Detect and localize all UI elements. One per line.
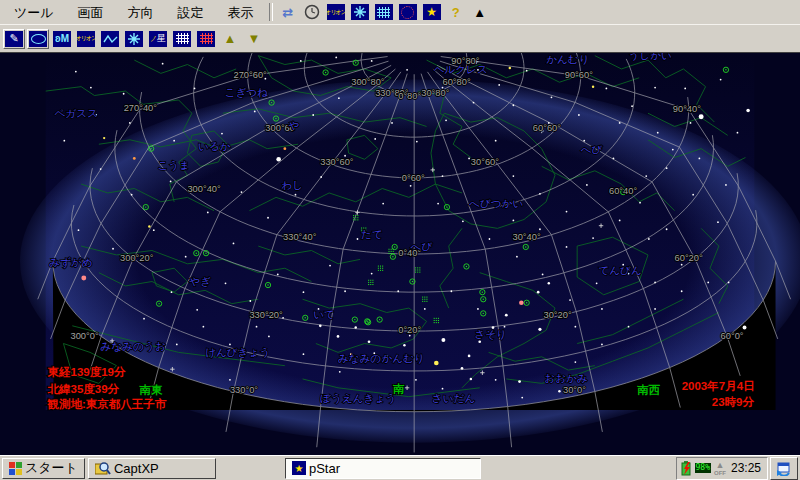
constellation-name-labels-label: たて [361, 228, 383, 240]
pen-tool[interactable]: ✎ [3, 29, 25, 49]
observer-info-label: 北緯35度39分 [46, 382, 119, 395]
mag-down-button[interactable]: ▼ [243, 29, 265, 49]
taskbar-app-label: CaptXP [114, 461, 159, 476]
constellation-figure-toggle[interactable] [349, 2, 371, 22]
tool-bar: ✎ʚMオリオンノ星▲▼ [0, 25, 800, 53]
grid-coordinate-labels-label: 60°20° [675, 253, 703, 263]
grid-coordinate-labels-label: 0°80° [398, 91, 421, 101]
constellation-name-small-toggle[interactable]: オリオン [75, 29, 97, 49]
mag-up-button[interactable]: ▲ [219, 29, 241, 49]
taskbar-app-pstar[interactable]: ★pStar [285, 458, 481, 479]
taskbar-app-label: pStar [309, 461, 340, 476]
help-button[interactable]: ? [445, 2, 467, 22]
menu-2[interactable]: 方向 [116, 2, 166, 23]
star-app-icon: ★ [292, 461, 306, 475]
menu-1[interactable]: 画面 [66, 2, 116, 23]
grid-coordinate-labels-label: 300°0° [71, 331, 99, 341]
datetime-info-label: 2003年7月4日 [682, 380, 755, 392]
constellation-name-labels-label: こうま [157, 159, 190, 171]
star-name-toggle[interactable]: ノ星 [147, 29, 169, 49]
battery-icon[interactable] [681, 461, 692, 476]
magnifier-icon [95, 461, 111, 476]
constellation-name-labels-label: みなみのうお [101, 340, 166, 352]
constellation-name-labels-label: へび [411, 240, 433, 252]
grid-coordinate-labels-label: 300°40° [187, 184, 221, 194]
grid-coordinate-labels-label: 330°0° [230, 385, 258, 395]
constellation-name-labels-label: いて [313, 308, 335, 320]
direction-labels-label: 南 [392, 383, 405, 395]
grid-red-toggle[interactable] [195, 29, 217, 49]
ime-off-indicator[interactable]: ▲ OFF [714, 461, 726, 476]
grid-coordinate-labels-label: 330°20° [249, 310, 283, 320]
constellation-name-labels-label: さそり [474, 328, 507, 340]
constellation-name-labels-label: へびつかい [469, 197, 523, 209]
constellation-name-labels-label: みずがめ [49, 256, 92, 269]
start-label: スタート [25, 459, 78, 477]
sky-chart-canvas[interactable]: 300°80°330°80°0°80°30°80°60°80°90°80°270… [0, 53, 800, 456]
direction-labels-label: 南東 [139, 384, 164, 396]
grid-coordinate-labels-label: 30°40° [512, 232, 540, 242]
constellation-name-labels-label: ぼうえんきょう [320, 392, 396, 404]
direction-labels-label: 南西 [636, 384, 661, 396]
grid-coordinate-labels-label: 90°40° [673, 104, 701, 114]
grid-coordinate-labels-label: 60°0° [721, 331, 744, 341]
constellation-figure2-toggle[interactable] [123, 29, 145, 49]
grid-coordinate-labels-label: 90°60° [565, 70, 593, 80]
constellation-name-labels-label: ヘルクレス [434, 63, 488, 75]
constellation-name-labels-label: へび [581, 143, 603, 155]
constellation-name-labels-label: かんむり [546, 53, 589, 65]
grid-coordinate-labels-label: 0°60° [402, 173, 425, 183]
messier-toggle[interactable]: ʚM [51, 29, 73, 49]
circle-toggle[interactable] [397, 2, 419, 22]
start-button[interactable]: スタート [2, 458, 85, 479]
tray-app-button[interactable] [770, 457, 798, 480]
grid-coordinate-labels-label: 60°60° [533, 123, 561, 133]
grid-coordinate-labels-label: 300°80° [351, 77, 385, 87]
grid-white-toggle[interactable] [171, 29, 193, 49]
constellation-lines-toggle[interactable] [99, 29, 121, 49]
sky-chart[interactable]: 300°80°330°80°0°80°30°80°60°80°90°80°270… [0, 52, 800, 455]
menu-bar: ツール画面方向設定表示 ⇄オリオン★?▲ [0, 0, 800, 25]
grid-coordinate-labels-label: 330°60° [320, 157, 354, 167]
constellation-name-labels-label: うしかい [629, 53, 673, 61]
clock-icon[interactable] [301, 2, 323, 22]
grid-coordinate-labels-label: 30°20° [543, 310, 571, 320]
tray-clock: 23:25 [729, 461, 763, 475]
ellipse-tool[interactable] [27, 29, 49, 49]
menu-0[interactable]: ツール [2, 2, 66, 23]
grid-coordinate-labels-label: 330°40° [283, 232, 317, 242]
windows-logo-icon [9, 462, 22, 475]
taskbar-app-captxp[interactable]: CaptXP [88, 458, 216, 479]
constellation-name-labels-label: いるか [198, 140, 231, 152]
constellation-name-labels-label: てんびん [598, 264, 641, 276]
constellation-name-labels-label: さいだん [432, 392, 475, 404]
app-switch-icon [776, 460, 792, 476]
constellation-name-labels-label: ペガスス [55, 107, 98, 119]
datetime-info-label: 23時9分 [712, 396, 755, 408]
constellation-name-toggle[interactable]: オリオン [325, 2, 347, 22]
menu-3[interactable]: 設定 [166, 2, 216, 23]
taskbar: スタート CaptXP★pStar 98% ▲ OFF 23:25 [0, 455, 800, 480]
grid-coordinate-labels-label: 270°60° [233, 70, 267, 80]
grid-coordinate-labels-label: 270°40° [124, 103, 158, 113]
constellation-name-labels-label: や [288, 119, 299, 131]
toolbar-separator [269, 3, 273, 21]
battery-percent: 98% [695, 463, 711, 473]
grid-coordinate-labels-label: 30°80° [421, 88, 449, 98]
menu-4[interactable]: 表示 [216, 2, 266, 23]
grid-coordinate-labels-label: 60°40° [609, 186, 637, 196]
redraw-arrows-icon[interactable]: ⇄ [277, 2, 299, 22]
grid-coordinate-labels-label: 30°60° [471, 157, 499, 167]
constellation-name-labels-label: わし [281, 179, 303, 191]
grid-coordinate-labels-label: 0°20° [398, 325, 421, 335]
grid-toggle[interactable] [373, 2, 395, 22]
constellation-name-labels-label: けんびきょう [205, 346, 270, 359]
constellation-name-labels-label: やぎ [189, 275, 211, 287]
grid-coordinate-labels-label: 300°20° [120, 253, 154, 263]
constellation-name-labels-label: みなみのかんむり [338, 352, 425, 364]
observer-info-label: 東経139度19分 [46, 365, 125, 378]
constellation-name-labels-label: こぎつね [225, 86, 269, 98]
collapse-toolbar-button[interactable]: ▲ [469, 2, 491, 22]
star-toggle[interactable]: ★ [421, 2, 443, 22]
system-tray: 98% ▲ OFF 23:25 [676, 457, 768, 480]
